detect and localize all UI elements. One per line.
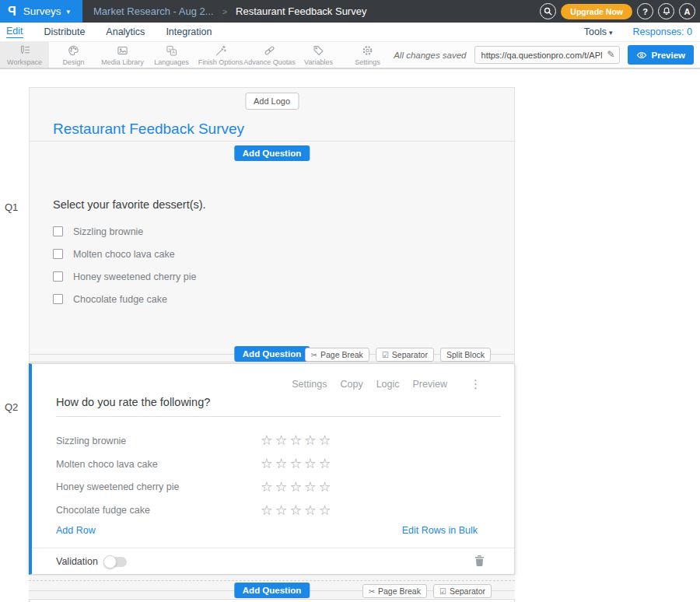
more-options-icon[interactable]: ⋮ [470,377,481,391]
separator-button[interactable]: ☑Separator [433,584,492,598]
product-name: Surveys [23,5,61,17]
q2-copy-action[interactable]: Copy [340,379,362,390]
help-button[interactable]: ? [637,3,653,19]
rating-row: Molten choco lava cake ☆☆☆☆☆ [56,453,501,476]
chevron-down-icon: ▾ [66,8,70,16]
gear-icon [361,44,374,57]
image-icon [116,44,129,57]
svg-text:A: A [172,50,175,54]
tab-edit[interactable]: Edit [6,26,23,38]
topbar-actions: Upgrade Now ? A [540,0,695,23]
magic-wand-icon [214,44,227,57]
translate-icon: xA [165,44,178,57]
nav-tabs: Edit Distribute Analytics Integration [0,26,212,38]
q2-logic-action[interactable]: Logic [376,379,400,390]
q1-option-row[interactable]: Sizzling brownie [53,220,196,243]
q1-question-text[interactable]: Select your favorite dessert(s). [53,198,206,211]
add-question-button-top[interactable]: Add Question [234,145,310,161]
toggle-knob [103,555,117,569]
rating-row: Honey sweetened cherry pie ☆☆☆☆☆ [56,476,501,499]
survey-title[interactable]: Restaurant Feedback Survey [53,121,244,138]
add-question-button-mid[interactable]: Add Question [234,346,310,362]
toolbar-languages[interactable]: xA Languages [147,42,196,68]
module-nav: Edit Distribute Analytics Integration To… [0,23,700,41]
star-rating-icons[interactable]: ☆☆☆☆☆ [261,457,333,471]
next-survey-block [29,599,515,602]
q1-index-label: Q1 [5,201,18,213]
toolbar-media-library[interactable]: Media Library [98,42,147,68]
questionpro-logo-icon: P [8,5,16,19]
chevron-down-icon: ▾ [609,29,613,37]
add-question-button-bottom[interactable]: Add Question [234,583,310,598]
delete-question-button[interactable] [474,555,485,570]
search-button[interactable] [540,3,556,19]
save-status: All changes saved [394,51,466,60]
q2-index-label: Q2 [5,401,18,413]
header-divider [30,141,514,142]
q1-option-row[interactable]: Honey sweetened cherry pie [53,265,196,288]
bottom-insert-strip: Add Question ✂Page Break ☑Separator [29,576,515,598]
q2-rating-rows: Sizzling brownie ☆☆☆☆☆ Molten choco lava… [56,429,501,522]
tag-icon [312,44,325,57]
upgrade-now-button[interactable]: Upgrade Now [561,4,632,19]
avatar[interactable]: A [679,3,695,19]
palette-icon [67,44,80,57]
toolbar-right: All changes saved ✎ Preview [394,42,694,68]
survey-url-input[interactable] [475,47,619,63]
questionpro-survey-editor: P Surveys ▾ Market Research - Aug 2... >… [0,0,700,602]
checkbox[interactable] [53,294,63,304]
block-end-dashed-line [29,580,515,581]
q2-preview-action[interactable]: Preview [413,379,447,390]
edit-url-pencil-icon[interactable]: ✎ [607,49,614,60]
q1-option-row[interactable]: Molten choco lava cake [53,243,196,265]
add-row-link[interactable]: Add Row [56,525,96,536]
add-logo-button[interactable]: Add Logo [245,93,299,110]
toolbar-advance-quotas[interactable]: Advance Quotas [245,42,294,68]
separator-button[interactable]: ☑Separator [376,348,434,362]
breadcrumb-separator: > [222,7,227,16]
checkbox[interactable] [53,226,63,236]
checkbox[interactable] [53,271,63,282]
validation-toggle[interactable] [105,557,127,567]
breadcrumb-folder[interactable]: Market Research - Aug 2... [93,5,214,17]
toolbar-workspace[interactable]: Workspace [0,42,49,68]
checkbox[interactable] [53,249,63,259]
search-icon [544,7,552,16]
top-navbar: P Surveys ▾ Market Research - Aug 2... >… [0,0,700,23]
toolbar-finish-options[interactable]: Finish Options [196,42,245,68]
q1-option-row[interactable]: Chocolate fudge cake [53,288,196,310]
star-rating-icons[interactable]: ☆☆☆☆☆ [261,504,333,518]
rating-row: Chocolate fudge cake ☆☆☆☆☆ [56,499,501,522]
responses-count[interactable]: Responses: 0 [633,26,692,37]
notifications-button[interactable] [658,3,674,19]
page-break-button[interactable]: ✂Page Break [305,348,369,362]
star-rating-icons[interactable]: ☆☆☆☆☆ [261,481,333,495]
avatar-letter: A [684,7,691,16]
star-rating-icons[interactable]: ☆☆☆☆☆ [261,434,333,448]
workspace-icon [18,44,31,57]
tab-distribute[interactable]: Distribute [44,26,86,38]
trash-icon [474,555,485,567]
eye-icon [636,51,647,59]
q2-footer-divider [32,548,514,548]
q2-settings-action[interactable]: Settings [292,379,327,390]
q1-options: Sizzling brownie Molten choco lava cake … [53,220,196,310]
tab-analytics[interactable]: Analytics [106,26,145,38]
preview-button[interactable]: Preview [628,45,694,65]
toolbar-design[interactable]: Design [49,42,98,68]
validation-control: Validation [56,556,127,567]
toolbar-settings[interactable]: Settings [343,42,392,68]
breadcrumb-survey-title: Restaurant Feedback Survey [236,5,366,17]
survey-block-q2-selected[interactable]: Settings Copy Logic Preview ⋮ How do you… [29,363,515,575]
split-block-button[interactable]: Split Block [440,348,491,362]
toolbar-variables[interactable]: Variables [294,42,343,68]
edit-toolbar: Workspace Design Media Library xA Langua… [0,41,700,69]
page-break-button[interactable]: ✂Page Break [362,584,427,598]
edit-rows-in-bulk-link[interactable]: Edit Rows in Bulk [402,525,478,536]
tab-integration[interactable]: Integration [166,26,212,38]
bell-icon [662,6,671,16]
q2-question-text[interactable]: How do you rate the following? [56,396,210,408]
tools-menu[interactable]: Tools▾ [584,26,613,37]
surveys-menu[interactable]: P Surveys ▾ [0,0,82,23]
insert-options: ✂Page Break ☑Separator Split Block [305,348,491,362]
